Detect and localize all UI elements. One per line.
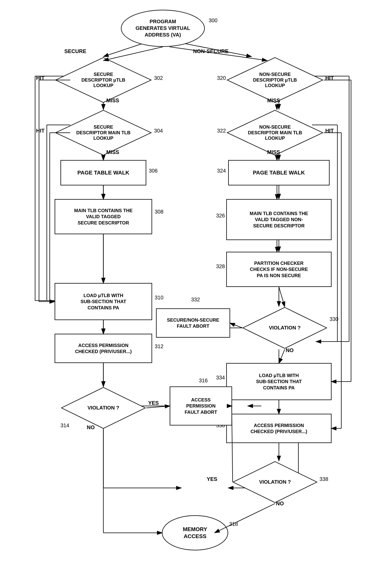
access-perm-secure-rect: ACCESS PERMISSION CHECKED (PRIV/USER...) [55, 334, 152, 363]
ref-306: 306 [149, 168, 158, 174]
yes-nonsecure: YES [207, 476, 217, 482]
label-nonsecure: NON-SECURE [193, 48, 229, 55]
ref-334: 334 [216, 375, 225, 381]
ref-318: 318 [229, 521, 238, 527]
secure-nonsecure-fault-rect: SECURE/NON-SECURE FAULT ABORT [156, 308, 230, 338]
violation-nonsecure-diamond: VIOLATION ? [232, 461, 318, 504]
ref-312: 312 [155, 344, 163, 349]
secure-main-tlb-diamond: SECURE DESCRIPTOR MAIN TLB LOOKUP [55, 109, 152, 156]
svg-line-57 [279, 287, 285, 307]
ref-330: 330 [330, 316, 338, 322]
flowchart-diagram: PROGRAM GENERATES VIRTUAL ADDRESS (VA) 3… [0, 0, 392, 566]
secure-utlb-diamond: SECURE DESCRIPTOR μTLB LOOKUP [55, 57, 152, 103]
hit-nonsecure-utlb: HIT [325, 75, 334, 81]
load-utlb-nonsecure-rect: LOAD μTLB WITH SUB-SECTION THAT CONTAINS… [226, 363, 332, 400]
svg-line-65 [146, 406, 170, 408]
ref-308: 308 [155, 209, 163, 215]
ref-324: 324 [217, 168, 226, 174]
ref-332: 332 [191, 297, 200, 303]
label-secure: SECURE [64, 48, 86, 55]
start-node: PROGRAM GENERATES VIRTUAL ADDRESS (VA) [121, 10, 205, 47]
ref-310: 310 [155, 295, 163, 301]
svg-line-58 [230, 323, 242, 328]
violation-nspa-diamond: VIOLATION ? [242, 306, 328, 349]
access-perm-fault-rect: ACCESS PERMISSION FAULT ABORT [170, 386, 232, 425]
memory-access-node: MEMORY ACCESS [162, 515, 228, 550]
no-secure: NO [87, 424, 95, 431]
ref-320: 320 [217, 75, 226, 81]
ref-302: 302 [154, 75, 163, 81]
svg-line-1 [103, 42, 147, 57]
miss-nonsecure-main: MISS [267, 149, 280, 155]
access-perm-nonsecure-rect: ACCESS PERMISSION CHECKED (PRIV/USER...) [226, 414, 332, 443]
ref-304: 304 [154, 128, 163, 134]
no-nspa: NO [286, 348, 294, 353]
nonsecure-ptw-rect: PAGE TABLE WALK [228, 160, 330, 185]
secure-ptw-rect: PAGE TABLE WALK [60, 160, 146, 185]
ref-338: 338 [320, 476, 328, 482]
partition-checker-rect: PARTITION CHECKER CHECKS IF NON-SECURE P… [226, 252, 332, 287]
yes-secure: YES [148, 400, 159, 406]
ref-300: 300 [209, 17, 217, 24]
hit-secure-utlb: HIT [36, 75, 45, 81]
load-utlb-secure-rect: LOAD μTLB WITH SUB-SECTION THAT CONTAINS… [55, 283, 152, 320]
ref-316: 316 [199, 378, 208, 384]
miss-secure-utlb: MISS [106, 98, 119, 104]
nonsecure-main-contains-rect: MAIN TLB CONTAINS THE VALID TAGGED NON- … [226, 199, 332, 240]
secure-main-contains-rect: MAIN TLB CONTAINS THE VALID TAGGED SECUR… [55, 199, 152, 234]
no-nonsecure: NO [276, 501, 284, 507]
svg-line-59 [279, 349, 285, 363]
hit-nonsecure-main: HIT [325, 128, 334, 134]
ref-326: 326 [216, 213, 225, 219]
ref-322: 322 [217, 128, 226, 134]
nonsecure-main-tlb-diamond: NON-SECURE DESCRIPTOR MAIN TLB LOOKUP [226, 109, 324, 156]
hit-secure-main: HIT [36, 128, 45, 134]
ref-314: 314 [60, 422, 69, 429]
miss-secure-main: MISS [106, 149, 119, 155]
nonsecure-utlb-diamond: NON-SECURE DESCRIPTOR μTLB LOOKUP [226, 57, 324, 103]
violation-secure-diamond: VIOLATION ? [60, 386, 146, 429]
ref-328: 328 [216, 263, 225, 270]
miss-nonsecure-utlb: MISS [267, 98, 280, 104]
